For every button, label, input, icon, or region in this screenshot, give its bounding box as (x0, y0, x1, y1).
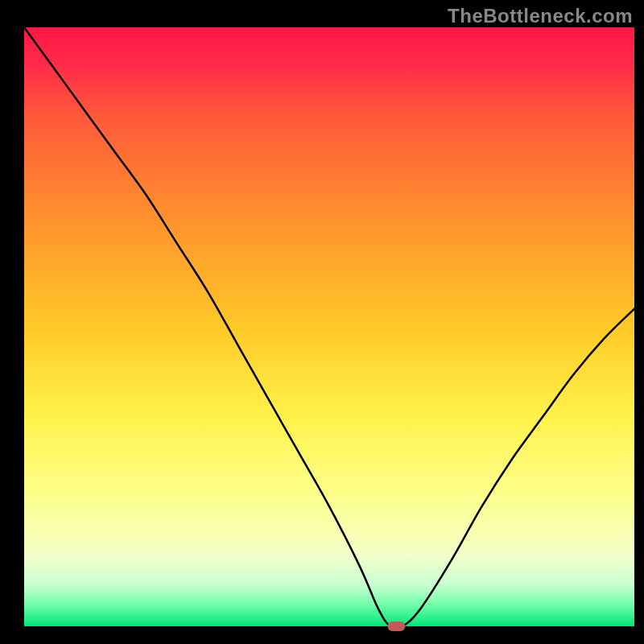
watermark-text: TheBottleneck.com (448, 5, 633, 27)
optimal-point-marker (387, 621, 405, 631)
plot-background (24, 27, 634, 626)
chart-frame (0, 0, 644, 644)
bottleneck-chart (0, 0, 644, 644)
